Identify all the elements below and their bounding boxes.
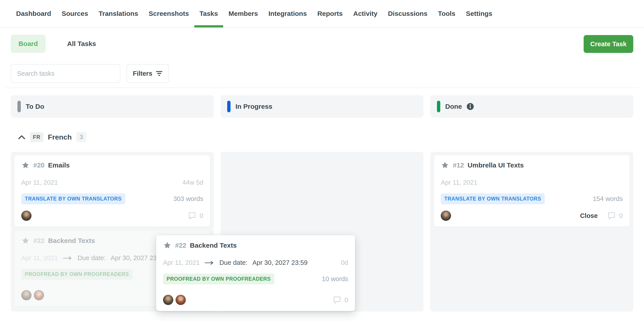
create-task-button[interactable]: Create Task: [584, 35, 633, 53]
star-icon: [21, 236, 30, 245]
nav-item-sources[interactable]: Sources: [62, 0, 88, 27]
star-icon[interactable]: [163, 241, 172, 250]
time-left: 0d: [341, 259, 348, 266]
nav-item-translations[interactable]: Translations: [98, 0, 138, 27]
search-input[interactable]: [11, 64, 120, 83]
close-task-button[interactable]: Close: [580, 212, 598, 219]
task-number: #20: [33, 162, 44, 169]
task-number: #12: [453, 162, 464, 169]
status-color-bar: [227, 101, 230, 112]
column-header-done: Done: [430, 95, 633, 118]
column-header-in-progress: In Progress: [220, 95, 424, 118]
status-color-bar: [437, 101, 440, 112]
task-type-badge: TRANSLATE BY OWN TRANSLATORS: [441, 193, 545, 204]
arrow-right-icon: [204, 261, 214, 265]
column-done: #12 Umbrella UI Texts Apr 11, 2021 TRANS…: [430, 152, 633, 312]
tab-all-tasks[interactable]: All Tasks: [56, 35, 107, 53]
task-number: #22: [175, 242, 186, 249]
nav-item-discussions[interactable]: Discussions: [388, 0, 428, 27]
avatar: [21, 290, 32, 300]
task-title: Backend Texts: [190, 242, 237, 249]
comment-icon[interactable]: [332, 295, 342, 304]
board-column-headers: To Do In Progress Done: [11, 95, 633, 118]
column-header-todo: To Do: [11, 95, 214, 118]
language-group-name: French: [48, 133, 72, 141]
task-type-badge: PROOFREAD BY OWN PROOFREADERS: [21, 269, 132, 280]
time-left: 44w 5d: [182, 179, 203, 186]
due-date-label: Due date:: [219, 259, 248, 266]
start-date: Apr 11, 2021: [441, 179, 478, 186]
view-toolbar: Board All Tasks Create Task: [11, 35, 633, 53]
due-date: Apr 30, 2027 23:59: [252, 259, 308, 266]
task-card-umbrella[interactable]: #12 Umbrella UI Texts Apr 11, 2021 TRANS…: [434, 155, 630, 227]
comment-icon[interactable]: [607, 211, 616, 220]
word-count: 303 words: [173, 195, 203, 202]
avatar: [441, 211, 451, 221]
avatar: [176, 295, 186, 305]
task-title: Umbrella UI Texts: [468, 162, 524, 169]
info-icon[interactable]: [466, 103, 474, 110]
task-card-emails[interactable]: #20 Emails Apr 11, 2021 44w 5d TRANSLATE…: [14, 155, 210, 227]
filters-bar: Filters: [11, 64, 169, 83]
language-group-header: FR French 3: [18, 131, 86, 143]
star-icon[interactable]: [441, 161, 449, 169]
task-title: Backend Texts: [48, 237, 95, 245]
word-count: 154 words: [593, 195, 623, 202]
task-count-badge: 3: [76, 132, 86, 142]
nav-item-integrations[interactable]: Integrations: [268, 0, 307, 27]
nav-item-members[interactable]: Members: [228, 0, 258, 27]
task-card-backend-dragging[interactable]: #22 Backend Texts Apr 11, 2021 Due date:…: [156, 235, 355, 311]
avatar: [21, 211, 32, 221]
start-date: Apr 11, 2021: [163, 259, 200, 266]
nav-item-settings[interactable]: Settings: [466, 0, 492, 27]
chevron-up-icon[interactable]: [18, 134, 26, 140]
filters-button[interactable]: Filters: [126, 64, 169, 83]
due-date-label: Due date:: [78, 254, 106, 262]
nav-item-reports[interactable]: Reports: [317, 0, 342, 27]
avatar: [163, 295, 173, 305]
task-type-badge: TRANSLATE BY OWN TRANSLATORS: [21, 193, 125, 204]
avatar: [34, 290, 44, 300]
start-date: Apr 11, 2021: [21, 179, 58, 186]
comment-count: 0: [200, 212, 203, 219]
comment-count: 0: [619, 212, 623, 219]
nav-item-dashboard[interactable]: Dashboard: [16, 0, 51, 27]
nav-item-activity[interactable]: Activity: [353, 0, 378, 27]
task-number: #22: [33, 237, 44, 245]
comment-count: 0: [344, 296, 348, 304]
star-icon[interactable]: [21, 161, 30, 169]
comment-icon[interactable]: [188, 211, 196, 220]
status-color-bar: [18, 101, 21, 112]
word-count: 10 words: [322, 275, 348, 283]
funnel-icon: [156, 71, 162, 76]
task-title: Emails: [48, 162, 70, 169]
tab-board[interactable]: Board: [11, 35, 46, 53]
top-navigation: Dashboard Sources Translations Screensho…: [0, 0, 644, 28]
active-tab-underline: [194, 25, 223, 27]
nav-item-screenshots[interactable]: Screenshots: [149, 0, 189, 27]
section-divider: [5, 88, 639, 88]
task-type-badge: PROOFREAD BY OWN PROOFREADERS: [163, 274, 274, 285]
language-code-badge: FR: [30, 132, 44, 142]
start-date: Apr 11, 2021: [21, 254, 58, 262]
arrow-right-icon: [63, 256, 73, 260]
nav-item-tasks[interactable]: Tasks: [200, 0, 218, 27]
nav-item-tools[interactable]: Tools: [438, 0, 456, 27]
